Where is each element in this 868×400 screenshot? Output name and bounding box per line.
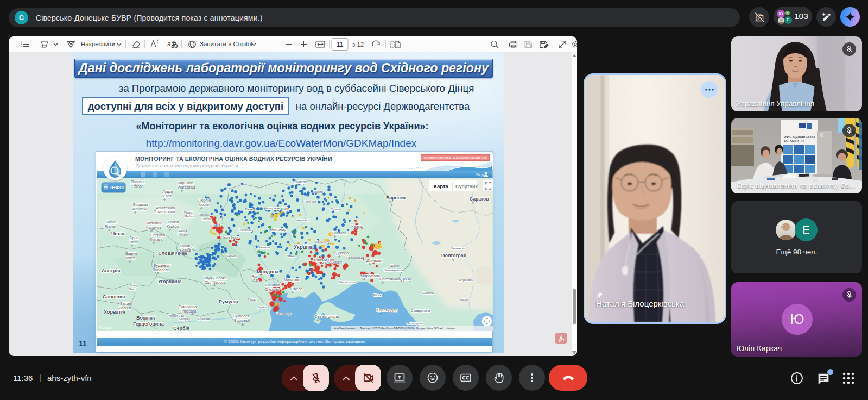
svg-text:Воронеж: Воронеж — [386, 195, 407, 201]
svg-text:Тернопіль: Тернопіль — [238, 228, 252, 232]
svg-text:Астрахань: Астрахань — [458, 278, 473, 282]
svg-text:Chișinău: Chișinău — [264, 288, 279, 292]
svg-text:Краків: Краків — [168, 220, 179, 224]
svg-text:Елиста: Елиста — [423, 291, 434, 295]
svg-text:Одеса: Одеса — [290, 286, 303, 291]
svg-text:Павлоград: Павлоград — [346, 256, 363, 259]
svg-text:Cluj-Napoca: Cluj-Napoca — [205, 280, 226, 285]
svg-text:Budapest: Budapest — [153, 268, 169, 272]
svg-text:Пятигорськ: Пятигорськ — [407, 322, 422, 325]
svg-text:Крайова: Крайова — [198, 317, 210, 321]
svg-text:Краснодар: Краснодар — [376, 308, 398, 312]
svg-text:Полтава: Полтава — [332, 231, 347, 235]
svg-text:Ставрополь: Ставрополь — [411, 309, 431, 313]
svg-text:Івано-Франк.: Івано-Франк. — [223, 236, 239, 239]
svg-text:Radom: Radom — [185, 215, 194, 218]
svg-text:Угорщина: Угорщина — [158, 279, 182, 284]
svg-text:Iași: Iași — [252, 278, 258, 283]
svg-text:Радом: Радом — [184, 211, 193, 214]
svg-text:Брно: Брно — [130, 236, 138, 240]
svg-text:Тімішоара: Тімішоара — [179, 305, 197, 309]
svg-text:Вхід: Вхід — [476, 172, 484, 177]
svg-text:Накреслити: Накреслити — [81, 41, 115, 47]
svg-text:Wien: Wien — [126, 256, 135, 260]
svg-text:Шахти: Шахти — [390, 264, 400, 267]
svg-text:Київ: Київ — [282, 207, 289, 211]
svg-text:Коростень: Коростень — [265, 207, 280, 210]
svg-text:Супутник: Супутник — [455, 183, 478, 189]
svg-text:Lublin: Lublin — [199, 203, 210, 207]
svg-text:Грац: Грац — [130, 284, 137, 287]
svg-text:Яси: Яси — [251, 274, 258, 278]
svg-text:Katowice: Katowice — [146, 226, 162, 229]
svg-text:Познань: Познань — [131, 180, 146, 184]
svg-text:Brno: Brno — [130, 240, 138, 244]
svg-text:Прага: Прага — [106, 220, 116, 224]
svg-text:Знаменськ: Знаменськ — [451, 247, 465, 250]
svg-text:Маріуполь: Маріуполь — [360, 273, 381, 278]
svg-text:Timișoara: Timișoara — [180, 309, 197, 314]
svg-text:Вінниця: Вінниця — [258, 246, 270, 249]
svg-text:Белград: Белград — [179, 317, 191, 321]
svg-text:Сербія: Сербія — [173, 326, 189, 331]
svg-text:Боснія і: Боснія і — [136, 315, 155, 321]
svg-text:Дніпро: Дніпро — [336, 251, 349, 255]
svg-text:Google: Google — [99, 325, 112, 330]
svg-text:Саратов: Саратов — [470, 196, 489, 202]
svg-text:ІНФО: ІНФО — [110, 184, 124, 190]
svg-text:Україна: Україна — [294, 244, 314, 250]
svg-text:Молдова: Молдова — [257, 269, 279, 274]
svg-text:а: а — [167, 40, 171, 48]
svg-text:Вроцлав: Вроцлав — [133, 203, 148, 207]
svg-text:Львів: Львів — [211, 223, 221, 227]
svg-text:Загреб: Загреб — [120, 302, 132, 306]
svg-text:Wrocław: Wrocław — [132, 207, 147, 211]
svg-text:Єйськ: Єйськ — [373, 293, 382, 297]
svg-text:Острава: Острава — [150, 233, 166, 238]
svg-text:Graz: Graz — [129, 288, 136, 291]
svg-text:Браїла: Браїла — [258, 305, 268, 309]
svg-text:11: 11 — [337, 41, 344, 48]
svg-text:Галац: Галац — [248, 298, 257, 301]
svg-text:Житомир: Житомир — [271, 228, 286, 232]
svg-text:Warszawa: Warszawa — [178, 185, 195, 189]
svg-text:з 12: з 12 — [352, 41, 364, 48]
svg-text:Клуж-Напока: Клуж-Напока — [204, 276, 227, 280]
svg-text:Румунія: Румунія — [219, 299, 238, 304]
svg-text:Łódź: Łódź — [163, 194, 172, 198]
svg-text:Лодзь: Лодзь — [162, 190, 173, 194]
svg-text:Каспій: Каспій — [460, 298, 468, 301]
svg-text:Бухарест: Бухарест — [233, 314, 250, 318]
svg-text:Кошице: Кошице — [180, 244, 193, 248]
svg-text:Чернігів: Чернігів — [305, 200, 316, 203]
svg-text:Ростов-на-Дону: Ростов-на-Дону — [379, 277, 411, 282]
svg-text:Комбінації клавіш | Дані кар: Комбінації клавіш | Дані карт ©2025 GeoB… — [334, 327, 455, 330]
svg-text:Волгоград: Волгоград — [441, 253, 467, 258]
svg-text:Запитати в Copilot: Запитати в Copilot — [200, 41, 253, 47]
svg-text:Донецьк: Донецьк — [366, 258, 383, 263]
svg-text:Кривий Ріг: Кривий Ріг — [313, 258, 333, 262]
svg-text:Ченстохова: Ченстохова — [156, 206, 175, 210]
svg-text:ОФІС ВІДНОВЛЕННЯ: ОФІС ВІДНОВЛЕННЯ — [784, 135, 815, 139]
svg-text:Мелітополь: Мелітополь — [339, 280, 356, 284]
svg-text:Севастополь: Севастополь — [314, 314, 339, 319]
svg-text:Częstochowa: Częstochowa — [154, 210, 175, 214]
svg-text:Австрія: Австрія — [102, 268, 120, 273]
svg-text:Rzeszów: Rzeszów — [178, 233, 189, 236]
svg-text:Poznań: Poznań — [131, 184, 144, 188]
svg-text:Карта: Карта — [434, 183, 449, 189]
svg-text:Катовіце: Катовіце — [147, 221, 162, 226]
svg-text:Герцеґовина: Герцеґовина — [133, 321, 164, 327]
svg-text:Чехія: Чехія — [111, 231, 124, 236]
svg-text:Умань: Умань — [286, 254, 295, 258]
svg-text:Новочеркаськ: Новочеркаськ — [384, 268, 403, 272]
svg-text:Констанца: Констанца — [276, 312, 292, 315]
svg-text:Суми: Суми — [331, 208, 339, 211]
svg-text:Словенія: Словенія — [103, 294, 125, 299]
svg-text:Кременчук: Кременчук — [315, 240, 331, 243]
svg-text:Замосць: Замосць — [199, 213, 210, 216]
svg-text:Відень: Відень — [125, 252, 137, 256]
svg-text:Миколаїв: Миколаїв — [284, 278, 300, 282]
svg-text:Рівне: Рівне — [245, 208, 254, 211]
svg-text:Гомель: Гомель — [295, 180, 307, 184]
